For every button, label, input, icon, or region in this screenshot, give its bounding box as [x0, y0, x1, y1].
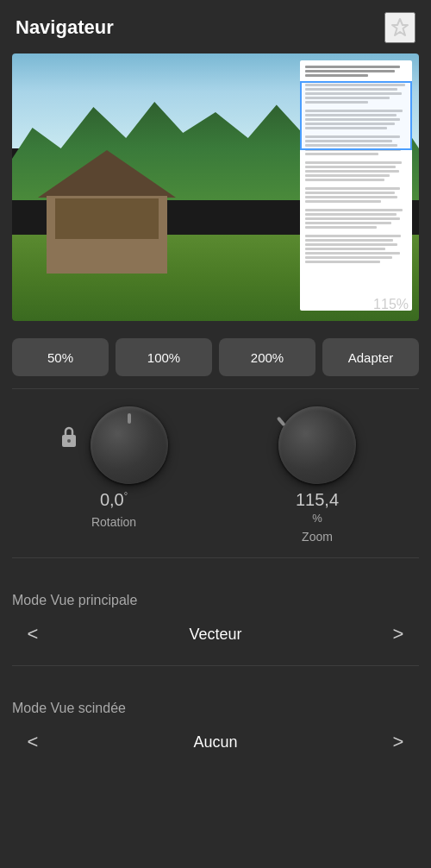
main-view-prev-button[interactable]: <	[16, 617, 50, 651]
preview-percent: 115%	[373, 297, 409, 312]
zoom-label: Zoom	[302, 530, 333, 544]
zoom-value: 115,4	[296, 489, 339, 510]
lock-svg	[59, 425, 78, 449]
rotation-group: 0,0° Rotation	[12, 406, 216, 529]
svg-point-1	[67, 439, 71, 443]
zoom-value-block: 115,4 %	[296, 489, 339, 525]
split-view-section: Mode Vue scindée < Aucun >	[0, 683, 431, 766]
house-body	[47, 196, 167, 274]
main-view-next-button[interactable]: >	[381, 617, 415, 651]
split-view-prev-button[interactable]: <	[16, 725, 50, 759]
split-view-next-button[interactable]: >	[381, 725, 415, 759]
header: Navigateur	[0, 0, 431, 53]
zoom-unit: %	[312, 512, 322, 525]
main-view-label: Mode Vue principale	[12, 593, 419, 608]
pin-button[interactable]	[384, 12, 415, 43]
split-view-label: Mode Vue scindée	[12, 701, 419, 716]
divider-2	[12, 557, 419, 558]
rotation-label: Rotation	[91, 515, 136, 529]
pin-icon	[390, 17, 410, 38]
house-roof	[38, 150, 176, 198]
house	[38, 153, 176, 274]
preview-container: 115%	[12, 53, 419, 321]
zoom-200-button[interactable]: 200%	[219, 338, 315, 376]
zoom-100-button[interactable]: 100%	[116, 338, 212, 376]
divider-1	[12, 388, 419, 389]
zoom-top	[278, 406, 356, 484]
doc-overlay	[300, 60, 412, 311]
main-view-section: Mode Vue principale < Vecteur >	[0, 576, 431, 658]
rotation-value-block: 0,0°	[100, 489, 128, 510]
zoom-50-button[interactable]: 50%	[12, 338, 109, 376]
rotation-top	[59, 406, 168, 484]
split-view-value: Aucun	[50, 733, 381, 752]
split-view-control: < Aucun >	[12, 725, 419, 759]
main-view-control: < Vecteur >	[12, 617, 419, 651]
house-balcony	[55, 196, 159, 239]
rotation-knob[interactable]	[91, 406, 168, 484]
main-view-value: Vecteur	[50, 626, 381, 644]
knobs-row: 0,0° Rotation 115,4 % Zoom	[0, 406, 431, 544]
rotation-value: 0,0°	[100, 489, 128, 510]
lock-icon	[59, 425, 78, 449]
zoom-fit-button[interactable]: Adapter	[322, 338, 419, 376]
divider-3	[12, 665, 419, 666]
zoom-knob[interactable]	[278, 406, 356, 484]
page-title: Navigateur	[16, 16, 114, 39]
zoom-group: 115,4 % Zoom	[216, 406, 419, 544]
zoom-buttons-row: 50% 100% 200% Adapter	[0, 330, 431, 385]
preview-image[interactable]	[12, 53, 419, 321]
